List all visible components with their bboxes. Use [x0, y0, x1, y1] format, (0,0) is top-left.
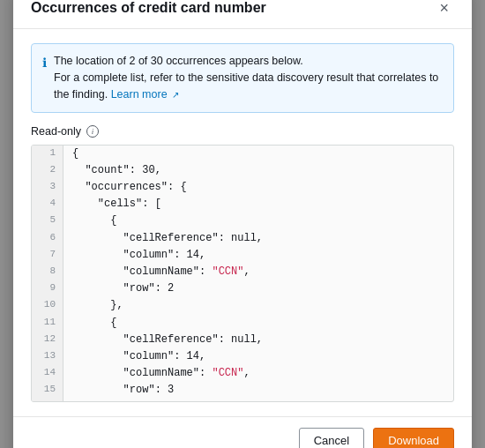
table-row: 1{ — [32, 146, 453, 162]
line-content: "cellReference": null, — [63, 230, 453, 247]
table-row: 2 "count": 30, — [32, 162, 453, 179]
line-number: 12 — [32, 332, 63, 348]
table-row: 9 "row": 2 — [32, 280, 453, 297]
line-number: 1 — [32, 146, 63, 162]
line-number: 16 — [32, 399, 63, 400]
table-row: 4 "cells": [ — [32, 196, 453, 213]
table-row: 6 "cellReference": null, — [32, 230, 453, 247]
table-row: 5 { — [32, 213, 453, 229]
read-only-info-icon: i — [86, 125, 99, 138]
line-content: "cells": [ — [63, 196, 453, 213]
line-number: 10 — [32, 297, 63, 314]
external-link-icon: ↗ — [172, 88, 179, 101]
line-content: } — [63, 399, 453, 400]
table-row: 8 "columnName": "CCN", — [32, 264, 453, 280]
modal-backdrop: Occurrences of credit card number × ℹ Th… — [0, 0, 485, 448]
table-row: 13 "column": 14, — [32, 348, 453, 365]
info-line1: The location of 2 of 30 occurrences appe… — [54, 55, 303, 67]
table-row: 11 { — [32, 315, 453, 332]
line-content: "columnName": "CCN", — [63, 365, 453, 382]
modal-body: ℹ The location of 2 of 30 occurrences ap… — [13, 29, 472, 415]
info-icon: ℹ — [42, 54, 47, 102]
line-number: 14 — [32, 365, 63, 382]
line-content: { — [63, 146, 453, 162]
line-number: 15 — [32, 382, 63, 399]
code-block: 1{2 "count": 30,3 "occurrences": {4 "cel… — [32, 146, 453, 401]
line-number: 7 — [32, 247, 63, 264]
line-number: 2 — [32, 162, 63, 179]
line-content: "occurrences": { — [63, 179, 453, 196]
learn-more-link[interactable]: Learn more ↗ — [111, 88, 179, 101]
close-button[interactable]: × — [434, 0, 454, 18]
table-row: 3 "occurrences": { — [32, 179, 453, 196]
line-content: "cellReference": null, — [63, 332, 453, 348]
line-number: 3 — [32, 179, 63, 196]
learn-more-text: Learn more — [111, 88, 168, 101]
line-content: { — [63, 315, 453, 332]
modal-footer: Cancel Download — [13, 416, 472, 448]
table-row: 10 }, — [32, 297, 453, 314]
line-number: 6 — [32, 230, 63, 247]
line-number: 13 — [32, 348, 63, 365]
modal-title: Occurrences of credit card number — [31, 0, 266, 16]
download-button[interactable]: Download — [373, 428, 454, 448]
modal-header: Occurrences of credit card number × — [13, 0, 472, 29]
line-number: 9 — [32, 280, 63, 297]
line-number: 8 — [32, 264, 63, 280]
cancel-button[interactable]: Cancel — [299, 428, 364, 448]
line-content: { — [63, 213, 453, 229]
table-row: 12 "cellReference": null, — [32, 332, 453, 348]
line-number: 4 — [32, 196, 63, 213]
table-row: 15 "row": 3 — [32, 382, 453, 399]
line-number: 11 — [32, 315, 63, 332]
modal-dialog: Occurrences of credit card number × ℹ Th… — [13, 0, 472, 448]
info-banner: ℹ The location of 2 of 30 occurrences ap… — [31, 43, 454, 112]
code-scroll[interactable]: 1{2 "count": 30,3 "occurrences": {4 "cel… — [32, 146, 453, 401]
line-content: "column": 14, — [63, 348, 453, 365]
line-content: "columnName": "CCN", — [63, 264, 453, 280]
info-text: The location of 2 of 30 occurrences appe… — [54, 53, 443, 102]
table-row: 16 } — [32, 399, 453, 400]
line-content: }, — [63, 297, 453, 314]
read-only-label: Read-only i — [31, 125, 454, 138]
line-content: "count": 30, — [63, 162, 453, 179]
table-row: 7 "column": 14, — [32, 247, 453, 264]
code-container: 1{2 "count": 30,3 "occurrences": {4 "cel… — [31, 145, 454, 402]
line-content: "row": 3 — [63, 382, 453, 399]
line-number: 5 — [32, 213, 63, 229]
read-only-text: Read-only — [31, 125, 81, 138]
line-content: "column": 14, — [63, 247, 453, 264]
line-content: "row": 2 — [63, 280, 453, 297]
table-row: 14 "columnName": "CCN", — [32, 365, 453, 382]
